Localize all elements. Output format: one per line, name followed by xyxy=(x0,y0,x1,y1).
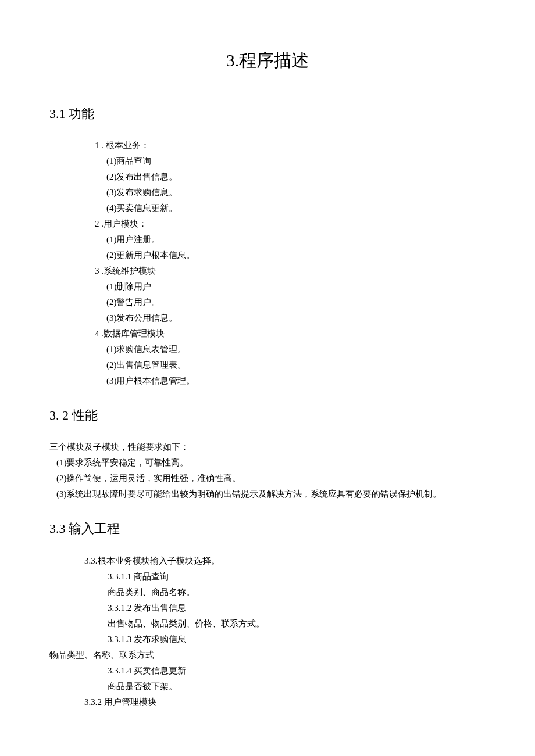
list-num: 4 xyxy=(95,329,99,338)
body-text: 3.3.1.2 发布出售信息 xyxy=(49,601,486,615)
body-text: 出售物品、物品类别、价格、联系方式。 xyxy=(49,617,486,630)
list-item: (2)发布出售信息。 xyxy=(49,170,486,184)
list-item: (3)发布求购信息。 xyxy=(49,185,486,199)
list-num: 2 xyxy=(95,219,99,228)
list-label: . 根本业务： xyxy=(99,141,149,150)
body-text: 3.3.1.3 发布求购信息 xyxy=(49,632,486,646)
section-3-2-heading: 3. 2 性能 xyxy=(49,405,486,425)
body-text: 商品类别、商品名称。 xyxy=(49,585,486,599)
list-label: .数据库管理模块 xyxy=(99,329,165,338)
list-item: (4)买卖信息更新。 xyxy=(49,201,486,215)
section-3-1-heading: 3.1 功能 xyxy=(49,103,486,124)
list-label: .用户模块： xyxy=(99,219,148,228)
body-text: 商品是否被下架。 xyxy=(49,679,486,693)
list-num: 3 xyxy=(95,266,99,275)
list-num: 1 xyxy=(95,141,99,150)
list-item: (2)更新用户根本信息。 xyxy=(49,248,486,262)
body-text: 三个模块及子模块，性能要求如下： xyxy=(49,440,486,454)
list-label: .系统维护模块 xyxy=(99,266,156,275)
body-text: 3.3.1.1 商品查询 xyxy=(49,569,486,583)
list-item: (2)出售信息管理表。 xyxy=(49,358,486,372)
list-item: (3)系统出现故障时要尽可能给出较为明确的出错提示及解决方法，系统应具有必要的错… xyxy=(49,487,486,501)
list-item: (3)发布公用信息。 xyxy=(49,311,486,325)
page-title: 3.程序描述 xyxy=(49,46,486,74)
section-3-1-body: 1 . 根本业务： (1)商品查询 (2)发布出售信息。 (3)发布求购信息。 … xyxy=(49,138,486,388)
list-item: (3)用户根本信息管理。 xyxy=(49,374,486,388)
section-3-3-body: 3.3.根本业务模块输入子模块选择。 3.3.1.1 商品查询 商品类别、商品名… xyxy=(49,554,486,709)
section-3-3-heading: 3.3 输入工程 xyxy=(49,518,486,539)
section-3-2-body: 三个模块及子模块，性能要求如下： (1)要求系统平安稳定，可靠性高。 (2)操作… xyxy=(49,440,486,501)
list-item: (2)操作简便，运用灵活，实用性强，准确性高。 xyxy=(49,471,486,485)
body-text: 3.3.1.4 买卖信息更新 xyxy=(49,664,486,678)
body-text: 3.3.根本业务模块输入子模块选择。 xyxy=(49,554,486,568)
body-text: 物品类型、名称、联系方式 xyxy=(49,648,486,662)
list-item: (1)商品查询 xyxy=(49,154,486,168)
body-text: 3.3.2 用户管理模块 xyxy=(49,695,486,709)
list-item: (1)要求系统平安稳定，可靠性高。 xyxy=(49,456,486,470)
list-item: (1)删除用户 xyxy=(49,280,486,293)
list-item: (2)警告用户。 xyxy=(49,295,486,309)
list-item: (1)用户注册。 xyxy=(49,232,486,246)
list-item: (1)求购信息表管理。 xyxy=(49,342,486,356)
